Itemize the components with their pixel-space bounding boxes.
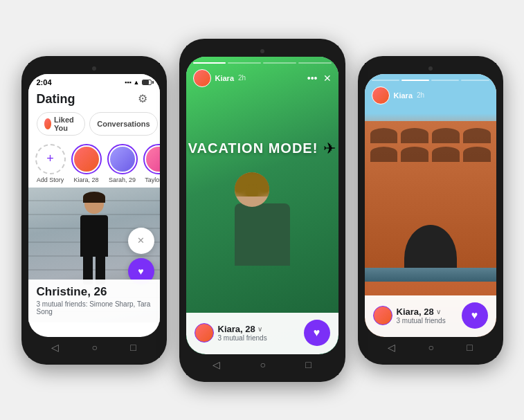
filter-pills: Liked You Conversations [28,109,160,140]
app-header-1: Dating ⚙ [28,88,160,109]
add-story-button[interactable]: + [35,144,66,174]
story-taylor[interactable]: Taylor, 32 [143,144,160,183]
story-close-icon[interactable]: ✕ [323,73,332,84]
story-view: Kiara 2h ••• ✕ VACATION MODE! ✈ [186,57,338,354]
liked-you-pill[interactable]: Liked You [37,112,86,136]
profile-mutual: 3 mutual friends: Simone Sharp, Tara Son… [37,300,152,316]
phone-1-screen: 2:04 ▪▪▪ ▲ Dating ⚙ Liked You Con [28,74,160,337]
camera-dot-2 [260,49,264,53]
action-buttons: ✕ ♥ [128,228,154,284]
phone-2: Kiara 2h ••• ✕ VACATION MODE! ✈ [179,39,345,382]
story-profile-name-3: Kiara, 28 [397,307,434,317]
progress-3-1 [372,80,399,81]
phone-1: 2:04 ▪▪▪ ▲ Dating ⚙ Liked You Con [21,56,167,365]
story-chevron-icon: ∨ [258,325,262,333]
gear-icon[interactable]: ⚙ [138,92,152,106]
add-story-label: Add Story [37,176,64,183]
signal-icon: ▪▪▪ [125,79,132,86]
story-profile-row-3: Kiara, 28 ∨ 3 mutual friends ♥ [373,302,488,329]
camera-dot-3 [428,66,433,71]
windows-grid [365,121,496,169]
story-user-left-3: Kiara 2h [372,86,425,104]
sarah-ring [107,144,138,174]
vacation-title: VACATION MODE! [188,140,318,156]
liked-you-avatar [44,118,52,129]
story-heart-button[interactable]: ♥ [304,320,330,346]
story-profile-left-3: Kiara, 28 ∨ 3 mutual friends [373,306,446,325]
camera-notch-3 [365,63,496,74]
add-story-item[interactable]: + Add Story [35,144,66,183]
phone-3-nav: ◁ ○ □ [365,337,496,358]
story-user-left: Kiara 2h [193,69,246,87]
story-progress-bars [186,57,338,66]
story-sarah[interactable]: Sarah, 29 [107,144,138,183]
story-profile-info: Kiara, 28 ∨ 3 mutual friends [218,324,267,342]
story-profile-avatar-3 [373,306,392,325]
back-nav-2[interactable]: ◁ [207,357,226,372]
story-kiara[interactable]: Kiara, 28 [71,144,102,183]
story-user-info-3: Kiara 2h [365,84,496,107]
story-heart-button-3[interactable]: ♥ [462,302,488,329]
status-bar-1: 2:04 ▪▪▪ ▲ [28,74,160,88]
story-chevron-icon-3: ∨ [436,308,441,316]
stories-row: + Add Story Kiara, 28 Sarah, 29 [28,140,160,188]
taylor-avatar [146,147,160,172]
progress-3-4 [461,80,489,81]
vacation-mode-overlay: VACATION MODE! ✈ [186,140,338,158]
progress-bar-3 [263,62,296,64]
story-time: 2h [238,74,246,82]
back-nav-1[interactable]: ◁ [46,340,64,355]
kiara-ring [71,144,102,174]
person-hair [83,192,105,203]
story-mutual: 3 mutual friends [218,334,267,342]
kiara-name: Kiara, 28 [73,176,98,183]
phone-3-screen: Kiara 2h Kiara, 28 ∨ [365,74,496,337]
home-nav-2[interactable]: ○ [255,357,271,372]
window-7 [432,147,460,162]
story-person-head [235,172,269,207]
window-1 [370,128,398,143]
battery-icon [142,80,152,85]
window-4 [463,128,491,143]
camera-notch [28,63,160,74]
recents-nav-1[interactable]: □ [125,340,141,355]
story-profile-name-row: Kiara, 28 ∨ [218,324,267,334]
story-bottom-3: Kiara, 28 ∨ 3 mutual friends ♥ [365,295,496,337]
story-profile-name: Kiara, 28 [218,324,255,334]
story-user-avatar [193,69,211,87]
person-figure [80,194,108,284]
person-body-container [235,172,290,266]
person-head [84,194,104,214]
x-icon: ✕ [137,235,145,246]
conversations-pill[interactable]: Conversations [89,112,157,136]
canal-water [365,268,496,282]
taylor-name: Taylor, 32 [145,176,159,183]
story-person-jacket [235,203,290,266]
dislike-button[interactable]: ✕ [128,228,154,254]
home-nav-3[interactable]: ○ [423,340,440,355]
recents-nav-3[interactable]: □ [461,340,478,355]
story-progress-bars-3 [365,74,496,84]
story-mutual-3: 3 mutual friends [397,317,446,325]
window-6 [401,147,428,162]
status-time-1: 2:04 [37,78,52,86]
story-heart-icon-3: ♥ [471,309,478,322]
story-menu-icon[interactable]: ••• [307,73,318,84]
phone-1-nav: ◁ ○ □ [28,337,160,358]
profile-name: Christine, 26 [37,285,152,299]
kiara-avatar [74,147,99,172]
story-user-info: Kiara 2h ••• ✕ [186,66,338,90]
window-3 [432,128,460,143]
profile-card[interactable]: ✕ ♥ Christine, 26 3 mutual friends: Simo… [28,188,160,322]
home-nav-1[interactable]: ○ [87,340,103,355]
story-header-3: Kiara 2h [365,74,496,107]
progress-bar-4 [298,62,332,64]
recents-nav-2[interactable]: □ [300,357,316,372]
story-heart-icon: ♥ [314,327,320,339]
venice-view: Kiara 2h Kiara, 28 ∨ [365,74,496,337]
phone-3: Kiara 2h Kiara, 28 ∨ [358,56,503,365]
back-nav-3[interactable]: ◁ [382,340,401,355]
status-icons-1: ▪▪▪ ▲ [125,79,152,86]
story-user-avatar-3 [372,86,390,104]
progress-3-3 [431,80,459,81]
